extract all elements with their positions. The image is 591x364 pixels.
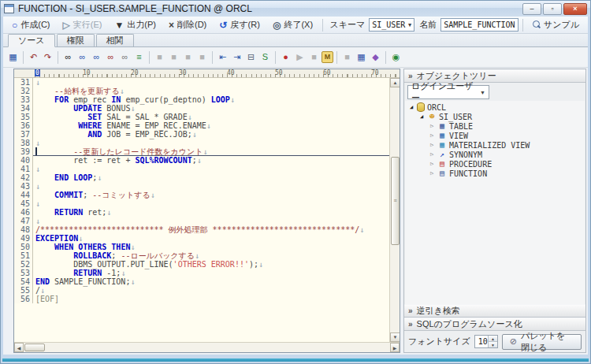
replace-icon[interactable]: ∞ — [118, 50, 132, 64]
font-size-stepper[interactable]: 10 ▲ ▼ — [474, 335, 498, 348]
spin-down-icon[interactable]: ▼ — [489, 342, 497, 347]
code-segment — [35, 173, 54, 182]
code-text-area[interactable]: 31↓32 --給料を更新する↓33 FOR emp_rec IN emp_cu… — [14, 78, 389, 342]
query-grid-icon[interactable]: ▦ — [355, 50, 368, 64]
scroll-left-icon[interactable]: ◀ — [14, 343, 24, 352]
convert-case-icon[interactable]: ⊟ — [244, 50, 258, 64]
code-line[interactable]: 31↓ — [14, 78, 389, 87]
scroll-right-icon[interactable]: ▶ — [390, 343, 400, 352]
collapse-arrow-icon[interactable]: ◢ — [418, 113, 425, 120]
scroll-up-icon[interactable]: ▲ — [390, 78, 400, 87]
find-next-icon[interactable]: ∞ — [76, 50, 89, 64]
code-line[interactable]: 41↓ — [14, 165, 389, 173]
code-line[interactable]: 42 END LOOP;↓ — [14, 173, 389, 182]
find-prev-icon[interactable]: ∞ — [90, 50, 103, 64]
horizontal-scrollbar[interactable]: ◀ ▶ — [14, 342, 400, 352]
delete-button[interactable]: ×削除(D) — [163, 17, 212, 32]
sample-button[interactable]: サンプル — [526, 17, 585, 32]
expand-arrow-icon[interactable]: ▷ — [429, 151, 435, 158]
schema-select[interactable]: SI_USER ▼ — [369, 18, 414, 32]
code-line[interactable]: 51 ROLLBACK; --ロールバックする↓ — [14, 251, 389, 260]
expand-arrow-icon[interactable]: ▷ — [429, 132, 435, 139]
tree-node-synonym[interactable]: ▷↗SYNONYM — [405, 150, 585, 159]
tree-node-label: PROCEDURE — [449, 160, 492, 169]
expand-arrow-icon[interactable]: ▷ — [429, 170, 435, 176]
toolbar-separator — [149, 51, 150, 64]
tree-node-orcl[interactable]: ◢ORCL — [405, 102, 585, 112]
code-line[interactable]: 53 RETURN -1;↓ — [14, 269, 389, 277]
tree-filter-select[interactable]: ログインユーザー ▼ — [407, 85, 489, 99]
code-line[interactable]: 55/↓ — [14, 286, 389, 295]
scroll-down-icon[interactable]: ▼ — [390, 332, 400, 342]
code-line[interactable]: 46 RETURN ret;↓ — [14, 208, 389, 217]
revert-button[interactable]: ↺戻す(R) — [214, 17, 266, 32]
code-line[interactable]: 39 --更新したレコード件数をカウント↓ — [14, 147, 389, 156]
code-line[interactable]: 56[EOF] — [14, 295, 389, 303]
horizontal-scroll-thumb[interactable] — [24, 344, 45, 351]
expand-arrow-icon[interactable]: ▷ — [429, 123, 435, 129]
tree-node-si-user[interactable]: ◢☻SI_USER — [405, 112, 585, 121]
indent-icon[interactable]: ⇥ — [230, 50, 243, 64]
output-button[interactable]: ▼出力(P) — [109, 17, 162, 32]
vertical-scrollbar[interactable]: ▲ ≡ ▼ — [389, 78, 400, 342]
exit-button[interactable]: ◎終了(X) — [267, 17, 318, 32]
expand-arrow-icon[interactable]: ▷ — [429, 142, 435, 148]
vertical-scroll-thumb[interactable]: ≡ — [391, 157, 400, 245]
macro-save-icon[interactable]: M — [322, 51, 333, 63]
code-line[interactable]: 47↓ — [14, 217, 389, 225]
macro-stop-icon: ■ — [307, 50, 321, 64]
close-palette-button[interactable]: ⊘ パレットを閉じる — [502, 334, 582, 350]
code-line[interactable]: 44 COMMIT; --コミットする↓ — [14, 191, 389, 199]
code-line[interactable]: 33 FOR emp_rec IN emp_cur(p_deptno) LOOP… — [14, 95, 389, 104]
tab-relations[interactable]: 相関 — [96, 34, 134, 46]
code-line[interactable]: 40 ret := ret + SQL%ROWCOUNT;↓ — [14, 156, 389, 165]
code-line[interactable]: 34 UPDATE BONUS↓ — [14, 104, 389, 113]
code-line[interactable]: 36 WHERE ENAME = EMP_REC.ENAME↓ — [14, 121, 389, 130]
line-content: ret := ret + SQL%ROWCOUNT;↓ — [33, 156, 389, 165]
expand-arrow-icon[interactable]: ▷ — [429, 161, 435, 167]
reverse-search-header[interactable]: » 逆引き検索 — [404, 304, 585, 318]
code-line[interactable]: 49EXCEPTION↓ — [14, 234, 389, 243]
package-icon[interactable]: ◆ — [369, 50, 382, 64]
code-line[interactable]: 45↓ — [14, 199, 389, 208]
spin-up-icon[interactable]: ▲ — [489, 336, 497, 342]
tree-node-materialized-view[interactable]: ▷▦MATERIALIZED VIEW — [405, 140, 585, 150]
tree-node-table[interactable]: ▷▦TABLE — [405, 121, 585, 131]
tree-node-procedure[interactable]: ▷▤PROCEDURE — [405, 159, 585, 169]
sql-format-icon[interactable]: S — [258, 50, 272, 64]
create-button[interactable]: ○作成(C) — [6, 17, 56, 32]
macro-record-icon[interactable]: ● — [279, 50, 292, 64]
code-line[interactable]: 32 --給料を更新する↓ — [14, 87, 389, 95]
find-marked-icon[interactable]: ∞ — [104, 50, 117, 64]
sql-program-source-header[interactable]: » SQLのプログラムソース化 — [404, 318, 585, 331]
tree-node-view[interactable]: ▷▦VIEW — [405, 131, 585, 140]
minimize-button[interactable]: – — [522, 3, 541, 15]
web-icon[interactable]: ◉ — [389, 50, 403, 64]
code-line[interactable]: 50 WHEN OTHERS THEN↓ — [14, 243, 389, 251]
tab-source[interactable]: ソース — [8, 34, 55, 47]
code-line[interactable]: 35 SET SAL = SAL * GRADE↓ — [14, 113, 389, 121]
close-button[interactable]: × — [563, 3, 587, 15]
code-line[interactable]: 48/************************** 例外処理部 ****… — [14, 225, 389, 234]
run-button[interactable]: ▷実行(E) — [58, 17, 108, 32]
name-input[interactable]: SAMPLE_FUNCTION — [440, 18, 518, 32]
goto-line-icon[interactable]: ≡ — [132, 50, 146, 64]
code-line[interactable]: 54END SAMPLE_FUNCTION;↓ — [14, 277, 389, 286]
redo-icon[interactable]: ↷ — [41, 50, 54, 64]
code-line[interactable]: 43↓ — [14, 182, 389, 191]
code-segment: ↓ — [35, 165, 40, 173]
tab-privileges[interactable]: 権限 — [57, 34, 95, 46]
tree-node-function[interactable]: ▷▤FUNCTION — [405, 169, 585, 178]
code-editor[interactable]: 010203040506070 31↓32 --給料を更新する↓33 FOR e… — [13, 69, 400, 353]
unindent-icon[interactable]: ⇤ — [216, 50, 229, 64]
save-icon[interactable]: ▦ — [6, 50, 20, 64]
database-icon — [417, 102, 425, 112]
maximize-button[interactable]: ▫ — [543, 3, 562, 15]
code-line[interactable]: 38↓ — [14, 139, 389, 147]
code-line[interactable]: 52 DBMS_OUTPUT.PUT_LINE('OTHERS ERROR!!'… — [14, 260, 389, 269]
code-line[interactable]: 37 AND JOB = EMP_REC.JOB;↓ — [14, 130, 389, 139]
find-icon[interactable]: ∞ — [61, 50, 75, 64]
collapse-arrow-icon[interactable]: ◢ — [408, 104, 414, 110]
undo-icon[interactable]: ↶ — [27, 50, 40, 64]
toolbar-separator — [275, 51, 276, 64]
